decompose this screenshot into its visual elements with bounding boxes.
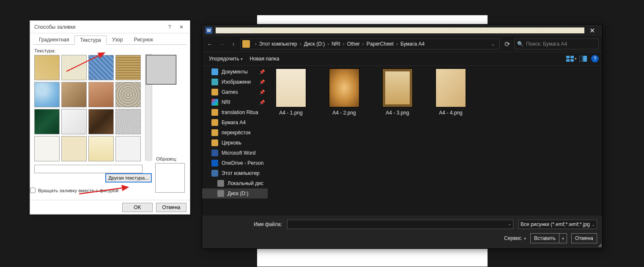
sidebar-item[interactable]: translation Ritua <box>202 107 268 117</box>
file-item[interactable]: A4 - 3.png <box>378 68 417 116</box>
sidebar-item-label: Локальный дис <box>227 180 263 186</box>
sidebar-item[interactable]: Изображени📌 <box>202 77 268 87</box>
nav-back-icon[interactable]: ← <box>205 39 215 49</box>
sidebar-item-label: Бумага A4 <box>222 120 246 125</box>
texture-swatch[interactable] <box>61 82 87 107</box>
tab-texture[interactable]: Текстура <box>74 35 107 45</box>
sidebar-item[interactable]: Диск (D:) <box>202 188 268 199</box>
ok-button[interactable]: OK <box>122 203 153 212</box>
texture-swatch[interactable] <box>88 109 114 134</box>
tab-gradient[interactable]: Градиентная <box>33 35 74 44</box>
texture-swatch[interactable] <box>88 136 114 161</box>
insert-button[interactable]: Вставить ▾ <box>530 233 567 243</box>
sidebar-item[interactable]: Microsoft Word <box>202 148 268 158</box>
texture-swatch[interactable] <box>115 109 141 134</box>
view-mode-icon[interactable]: ▾ <box>566 54 577 63</box>
file-name-label: A4 - 1.png <box>272 110 310 116</box>
texture-label: Текстура: <box>34 48 186 53</box>
preview-pane-icon[interactable] <box>578 54 589 63</box>
crumb-sep-icon[interactable]: › <box>360 41 367 47</box>
rotate-with-shape-checkbox[interactable] <box>30 188 36 193</box>
file-thumbnail <box>329 68 359 107</box>
breadcrumb[interactable]: Бумага A4 <box>400 41 425 47</box>
texture-swatch[interactable] <box>34 55 60 80</box>
chevron-down-icon[interactable]: ▾ <box>559 234 567 243</box>
texture-swatch[interactable] <box>88 82 114 107</box>
tab-picture[interactable]: Рисунок <box>129 35 159 44</box>
new-folder-button[interactable]: Новая папка <box>246 54 282 63</box>
dlg1-titlebar: Способы заливки ? ✕ <box>30 21 190 33</box>
tab-pattern[interactable]: Узор <box>107 35 129 44</box>
crumb-sep-icon[interactable]: › <box>394 41 400 47</box>
svg-rect-3 <box>570 56 574 58</box>
texture-swatch[interactable] <box>61 55 87 80</box>
crumb-sep-icon[interactable]: › <box>325 41 332 47</box>
dlg2-titlebar: W Выбор текстуры ✕ <box>202 25 602 36</box>
texture-swatch[interactable] <box>115 136 141 161</box>
sidebar-item-label: Церковь <box>222 140 241 146</box>
cancel-button[interactable]: Отмена <box>156 203 186 212</box>
sidebar-item[interactable]: Бумага A4 <box>202 117 268 128</box>
folder-icon <box>211 119 218 126</box>
texture-swatch[interactable] <box>34 136 60 161</box>
file-item[interactable]: A4 - 1.png <box>272 68 310 116</box>
help-icon[interactable]: ? <box>591 55 599 63</box>
texture-swatch[interactable] <box>115 55 141 80</box>
pin-icon: 📌 <box>259 90 265 95</box>
scrollbar-thumb[interactable] <box>146 55 176 84</box>
breadcrumb[interactable]: NRI <box>332 41 340 47</box>
doc-icon <box>211 68 218 75</box>
file-type-filter[interactable]: Все рисунки (*.emf;*.wmf;*.jpg ⌄ <box>518 220 597 229</box>
crumb-sep-icon[interactable]: › <box>297 41 304 47</box>
file-item[interactable]: A4 - 2.png <box>325 68 363 116</box>
sidebar-item[interactable]: Церковь <box>202 138 268 148</box>
cancel-button[interactable]: Отмена <box>571 233 597 243</box>
texture-swatch[interactable] <box>88 55 114 80</box>
sidebar-item[interactable]: OneDrive - Person <box>202 158 268 168</box>
service-button[interactable]: Сервис ▾ <box>504 235 526 241</box>
sidebar-item[interactable]: NRI📌 <box>202 97 268 107</box>
close-icon[interactable]: ✕ <box>584 25 600 36</box>
texture-swatch[interactable] <box>61 109 87 134</box>
search-input[interactable]: 🔍 Поиск: Бумага A4 <box>514 38 599 49</box>
close-icon[interactable]: ✕ <box>175 24 187 30</box>
sidebar-item[interactable]: Документы📌 <box>202 67 268 77</box>
texture-scrollbar[interactable] <box>145 54 152 161</box>
breadcrumb[interactable]: PaperCheet <box>367 41 394 47</box>
folder-icon <box>211 129 218 136</box>
filename-input[interactable]: ⌄ <box>287 220 513 229</box>
organize-label: Упорядочить <box>209 56 239 62</box>
resize-grip-icon[interactable]: ◢ <box>598 242 601 248</box>
breadcrumb[interactable]: Диск (D:) <box>304 41 325 47</box>
texture-swatch[interactable] <box>34 109 60 134</box>
crumb-sep-icon[interactable]: › <box>252 41 259 47</box>
chevron-down-icon[interactable]: ⌄ <box>508 221 511 226</box>
texture-swatch[interactable] <box>115 82 141 107</box>
nav-up-icon[interactable]: ↑ <box>228 39 238 49</box>
pin-icon: 📌 <box>259 100 265 105</box>
texture-swatch[interactable] <box>34 82 60 107</box>
other-texture-button[interactable]: Другая текстура... <box>105 173 152 183</box>
sidebar-item[interactable]: Локальный дис <box>202 178 268 188</box>
svg-rect-5 <box>570 59 574 62</box>
organize-button[interactable]: Упорядочить ▾ <box>206 54 246 63</box>
sidebar-item[interactable]: перекрёсток <box>202 128 268 138</box>
sidebar-item-label: Документы <box>222 69 248 75</box>
sidebar-item[interactable]: Этот компьютер <box>202 168 268 178</box>
file-item[interactable]: A4 - 4.png <box>432 68 470 116</box>
insert-label: Вставить <box>534 235 556 241</box>
chevron-down-icon[interactable]: ⌄ <box>488 41 498 47</box>
breadcrumb-bar[interactable]: › Этот компьютер › Диск (D:) › NRI › Oth… <box>240 38 500 49</box>
texture-swatch[interactable] <box>61 136 87 161</box>
file-thumbnail <box>276 68 306 107</box>
folder-icon <box>211 109 218 116</box>
refresh-icon[interactable]: ⟳ <box>501 38 512 49</box>
file-open-dialog: W Выбор текстуры ✕ ← → ↑ › Этот компьюте… <box>202 25 602 248</box>
breadcrumb[interactable]: Other <box>347 41 360 47</box>
nav-forward-icon[interactable]: → <box>216 39 227 49</box>
help-icon[interactable]: ? <box>164 24 175 30</box>
sidebar-item[interactable]: Games📌 <box>202 87 268 97</box>
breadcrumb[interactable]: Этот компьютер <box>259 41 297 47</box>
rotate-with-shape-row[interactable]: Вращать заливку вместе с фигурой <box>30 188 118 193</box>
crumb-sep-icon[interactable]: › <box>340 41 347 47</box>
